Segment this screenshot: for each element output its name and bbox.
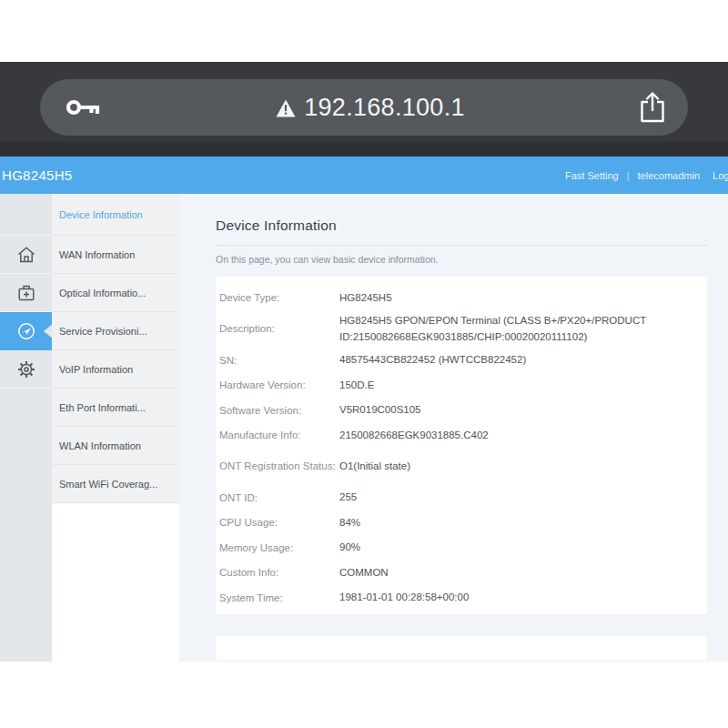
address-bar[interactable]: 192.168.100.1 xyxy=(40,79,688,136)
sidebar-menu: Device InformationWAN InformationOptical… xyxy=(52,194,179,662)
info-row-value: 90% xyxy=(339,540,698,556)
header-links: Fast Setting | telecomadmin Logout xyxy=(565,157,728,194)
info-row: Memory Usage:90% xyxy=(219,536,698,561)
main-content: Device Information On this page, you can… xyxy=(179,194,728,662)
info-row-value: 255 xyxy=(339,490,698,506)
sidebar-item-smart-wifi-coverag[interactable]: Smart WiFi Coverag... xyxy=(52,465,179,503)
fast-setting-link[interactable]: Fast Setting xyxy=(565,170,619,181)
sidebar-menu-filler xyxy=(52,503,179,662)
app-header: HG8245H5 Fast Setting | telecomadmin Log… xyxy=(0,157,728,194)
rail-empty-cell xyxy=(0,194,52,236)
sidebar-item-label: Device Information xyxy=(59,209,143,220)
title-divider xyxy=(216,245,707,246)
sidebar-item-eth-port-informati[interactable]: Eth Port Informati... xyxy=(52,389,179,427)
rail-filler xyxy=(0,389,52,662)
info-row-label: Memory Usage: xyxy=(219,541,339,556)
home-icon[interactable] xyxy=(0,236,52,274)
info-row-label: System Time: xyxy=(219,591,339,606)
browser-toolbar: 192.168.100.1 xyxy=(0,62,728,142)
page-bottom-blank xyxy=(0,662,728,728)
sidebar-item-label: Eth Port Informati... xyxy=(59,402,146,413)
info-row: Description:HG8245H5 GPON/EPON Terminal … xyxy=(219,311,698,349)
info-row-value: V5R019C00S105 xyxy=(339,402,698,419)
icon-rail xyxy=(0,194,52,662)
sidebar-item-device-information[interactable]: Device Information xyxy=(52,194,179,236)
page-body: Device InformationWAN InformationOptical… xyxy=(0,194,728,662)
info-row: Hardware Version:150D.E xyxy=(219,373,698,399)
info-row-value: HG8245H5 GPON/EPON Terminal (CLASS B+/PX… xyxy=(339,313,698,346)
status-bar-area xyxy=(0,0,728,62)
info-row-value: O1(Initial state) xyxy=(339,459,698,475)
device-model-title: HG8245H5 xyxy=(0,167,72,183)
info-row-label: CPU Usage: xyxy=(219,515,339,531)
info-row-label: SN: xyxy=(219,353,339,369)
page-title: Device Information xyxy=(216,217,728,234)
info-row: Software Version:V5R019C00S105 xyxy=(219,399,698,424)
info-row-value: COMMON xyxy=(339,565,698,581)
info-row-label: Custom Info: xyxy=(219,565,339,581)
warning-triangle-icon xyxy=(276,99,296,117)
key-icon[interactable] xyxy=(66,96,102,119)
sidebar-item-wlan-information[interactable]: WLAN Information xyxy=(52,427,179,465)
sidebar-item-voip-information[interactable]: VoIP Information xyxy=(52,350,179,389)
info-row-value: 150D.E xyxy=(339,378,698,394)
sidebar-item-label: WLAN Information xyxy=(59,440,141,451)
info-row-label: Device Type: xyxy=(219,290,339,306)
info-row: Custom Info:COMMON xyxy=(219,561,698,586)
info-row-value: 1981-01-01 00:28:58+00:00 xyxy=(339,590,698,606)
empty-panel xyxy=(216,636,707,660)
info-row: CPU Usage:84% xyxy=(219,511,698,536)
browser-toolbar-edge xyxy=(0,142,728,157)
sidebar-item-optical-informatio[interactable]: Optical Informatio... xyxy=(52,274,179,312)
sidebar-item-label: Smart WiFi Coverag... xyxy=(59,479,157,490)
system-info-icon[interactable] xyxy=(0,312,52,350)
info-row-value: 84% xyxy=(339,515,698,531)
share-icon[interactable] xyxy=(639,91,666,124)
info-row-value: HG8245H5 xyxy=(339,290,698,307)
logged-in-user[interactable]: telecomadmin xyxy=(638,170,700,181)
info-row: System Time:1981-01-01 00:28:58+00:00 xyxy=(219,586,698,612)
url-text: 192.168.100.1 xyxy=(304,94,465,122)
info-row: ONT Registration Status:O1(Initial state… xyxy=(219,449,698,486)
info-row: SN:48575443CB822452 (HWTCCB822452) xyxy=(219,349,698,374)
device-info-table: Device Type:HG8245H5Description:HG8245H5… xyxy=(216,277,707,614)
sidebar-item-service-provisioni[interactable]: Service Provisioni... xyxy=(52,312,179,350)
logout-link[interactable]: Logout xyxy=(713,170,728,181)
header-separator: | xyxy=(626,170,631,181)
info-row: Device Type:HG8245H5 xyxy=(219,286,698,311)
info-row: ONT ID:255 xyxy=(219,486,698,511)
info-row-label: Hardware Version: xyxy=(219,378,339,393)
sidebar-item-label: VoIP Information xyxy=(59,364,133,375)
info-row: Manufacture Info:2150082668EGK9031885.C4… xyxy=(219,423,698,449)
gear-icon[interactable] xyxy=(0,350,52,389)
info-row-label: Software Version: xyxy=(219,403,339,419)
toolbox-icon[interactable] xyxy=(0,274,52,312)
router-admin-screenshot: 192.168.100.1 HG8245H5 Fast Setting | te… xyxy=(0,0,728,728)
info-row-value: 48575443CB822452 (HWTCCB822452) xyxy=(339,352,698,369)
info-row-label: Manufacture Info: xyxy=(219,428,339,443)
url-display[interactable]: 192.168.100.1 xyxy=(102,94,639,122)
sidebar-item-label: WAN Information xyxy=(59,249,135,260)
sidebar-item-label: Service Provisioni... xyxy=(59,326,147,337)
info-row-label: ONT ID: xyxy=(219,490,339,506)
info-row-label: ONT Registration Status: xyxy=(219,459,339,474)
info-row-value: 2150082668EGK9031885.C402 xyxy=(339,428,698,444)
info-row-label: Description: xyxy=(219,321,339,337)
sidebar-item-label: Optical Informatio... xyxy=(59,288,146,298)
page-description: On this page, you can view basic device … xyxy=(216,254,728,265)
sidebar-item-wan-information[interactable]: WAN Information xyxy=(52,236,179,274)
